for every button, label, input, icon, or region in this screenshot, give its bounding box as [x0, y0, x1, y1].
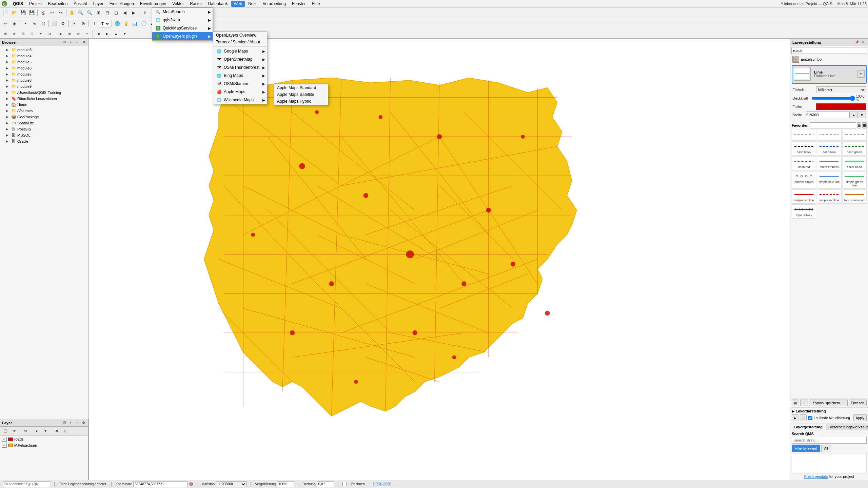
snap-btn2[interactable]: ⊗	[10, 30, 18, 38]
browser-add-icon[interactable]: +	[68, 40, 74, 45]
new-project-btn[interactable]: 📄	[1, 9, 9, 17]
snap-btn3[interactable]: ⊞	[19, 30, 27, 38]
tab-layergestaltung[interactable]: Layergestaltung	[790, 424, 826, 430]
node-tool-btn[interactable]: ◈	[10, 20, 18, 28]
save-symbol-btn[interactable]: Symbol speichern…	[809, 400, 848, 406]
zoom-layer-btn[interactable]: ⊟	[103, 9, 111, 17]
color-picker[interactable]	[816, 103, 866, 110]
open-project-btn[interactable]: 📂	[10, 9, 18, 17]
snap-btn10[interactable]: ⌖	[83, 30, 91, 38]
browser-item-home[interactable]: ▶ 🏠 Home	[1, 102, 88, 108]
status-search-input[interactable]	[3, 481, 50, 487]
browser-item-spatialite[interactable]: ▶ 🗃 SpatiaLite	[1, 120, 88, 126]
globe-btn[interactable]: 🌐	[113, 20, 121, 28]
browser-item-module4[interactable]: ▶ 📁 module4	[1, 53, 88, 59]
zoom-out-btn[interactable]: 🔍	[85, 9, 94, 17]
menu-raster[interactable]: Raster	[187, 1, 204, 7]
prev-extent-btn[interactable]: ◀	[121, 9, 129, 17]
browser-item-module5[interactable]: ▶ 📁 module5	[1, 59, 88, 65]
fav-topo-main[interactable]: topo main road	[842, 189, 867, 204]
map-tip-btn[interactable]: 💡	[122, 20, 130, 28]
menu-processing[interactable]: Verarbeitung	[260, 1, 289, 7]
zoom-full-btn[interactable]: ⊞	[94, 9, 102, 17]
fav-topo-railway[interactable]: topo railway	[792, 204, 816, 219]
layer-toggle-btn[interactable]: 👁	[10, 427, 18, 435]
favorites-search-input[interactable]	[810, 122, 856, 128]
browser-item-qgis-training[interactable]: ▶ 📁 /Users/knut/QGIS-Training	[1, 89, 88, 96]
stats-btn[interactable]: 📊	[131, 20, 139, 28]
advanced-edit-btn[interactable]: ⚙	[59, 20, 67, 28]
fav-dash-black[interactable]: dash black	[792, 141, 816, 156]
fav-simple-green[interactable]: simple green line	[842, 171, 867, 189]
apple-standard-item[interactable]: Apple Maps Standard	[274, 84, 328, 91]
web-menu-qgis2web[interactable]: 🌐 qgis2web ▶	[152, 16, 213, 24]
ol-osm-item[interactable]: 🗺 OpenStreetMap ▶	[213, 55, 267, 63]
layer-down-btn[interactable]: ▼	[41, 427, 50, 435]
apple-satellite-item[interactable]: Apple Maps Satellite	[274, 91, 328, 98]
laufende-play-btn[interactable]: ▶	[792, 414, 798, 421]
add-point-btn[interactable]: •	[21, 20, 29, 28]
width-input[interactable]	[806, 111, 850, 118]
layer-search-input[interactable]	[791, 47, 867, 54]
browser-item-oracle[interactable]: ▶ 🗄 Oracle	[1, 138, 88, 144]
label-btn[interactable]: T	[90, 20, 98, 28]
web-menu-quickmapservices[interactable]: Q QuickMapServices ▶	[152, 24, 213, 32]
layerdarstellung-header[interactable]: ▶ Layerdarstellung	[792, 409, 867, 413]
layer-filter-btn[interactable]: ⚙	[21, 427, 29, 435]
layer-add-icon[interactable]: +	[68, 420, 73, 426]
menu-edit[interactable]: Bearbeiten	[45, 1, 70, 7]
ol-overview-item[interactable]: OpenLayers Overview	[213, 32, 267, 39]
web-menu-openlayers[interactable]: O OpenLayers plugin ▶	[152, 32, 213, 40]
right-panel-pin-icon[interactable]: 📌	[854, 40, 860, 45]
menu-settings[interactable]: Einstellungen	[107, 1, 137, 7]
advanced-btn[interactable]: Erweitert	[849, 400, 867, 406]
layer-settings-icon[interactable]: ⚙	[81, 420, 86, 426]
undo-btn[interactable]: ↩	[48, 9, 56, 17]
snap-btn8[interactable]: ⊕	[65, 30, 74, 38]
temporal-btn[interactable]: 🕐	[140, 20, 148, 28]
all-btn[interactable]: All	[821, 445, 831, 452]
width-up-btn[interactable]: ▲	[850, 111, 858, 118]
opacity-slider[interactable]	[811, 96, 855, 101]
coordinate-input[interactable]	[133, 481, 188, 487]
layer-remove-icon[interactable]: −	[74, 420, 80, 426]
next-extent-btn[interactable]: ▶	[130, 9, 138, 17]
laufende-stop-btn[interactable]: ⬜	[800, 414, 807, 421]
fav-dotted2[interactable]	[817, 130, 841, 141]
snap-btn9[interactable]: ⊙	[74, 30, 82, 38]
ol-thunderforest-item[interactable]: 🗺 OSM/Thunderforest ▶	[213, 63, 267, 72]
filter-by-extent-btn[interactable]: Filter by extent	[792, 445, 820, 452]
laufende-checkbox[interactable]	[808, 416, 812, 420]
fav-simple-red-dash[interactable]: simple red line	[817, 189, 841, 204]
digitize-btn[interactable]: ⬜	[50, 20, 58, 28]
scale-select[interactable]: 1:208000	[216, 481, 246, 487]
fav-dotted1[interactable]	[792, 130, 816, 141]
ol-bing-item[interactable]: 🌐 Bing Maps ▶	[213, 72, 267, 80]
snap-btn13[interactable]: ▲	[112, 30, 120, 38]
layer-remove-layer-btn[interactable]: ✖	[53, 427, 61, 435]
snap-btn4[interactable]: ⊡	[28, 30, 36, 38]
fav-dot-red[interactable]: dash red	[792, 156, 816, 170]
zoom-select-btn[interactable]: ◻	[112, 9, 120, 17]
split-btn[interactable]: ✂	[70, 20, 78, 28]
menu-plugins[interactable]: Erweiterungen	[137, 1, 169, 7]
apple-hybrid-item[interactable]: Apple Maps Hybrid	[274, 98, 328, 105]
browser-refresh-icon[interactable]: ↻	[62, 40, 67, 45]
add-polygon-btn[interactable]: ⬡	[39, 20, 47, 28]
favorites-view-btn1[interactable]: ⊞	[857, 122, 862, 128]
menu-vector[interactable]: Vektor	[170, 1, 186, 7]
rotation-input[interactable]	[317, 481, 334, 487]
layer-open-attr-btn[interactable]: 📋	[1, 427, 9, 435]
browser-item-postgis[interactable]: ▶ 🐘 PostGIS	[1, 126, 88, 132]
browser-item-geopackage[interactable]: ▶ 📦 GeoPackage	[1, 114, 88, 120]
snap-btn14[interactable]: ▼	[121, 30, 129, 38]
fav-pattern-circles[interactable]: pattern circles	[792, 171, 816, 189]
list-view-btn[interactable]: ☰	[800, 400, 808, 406]
ol-google-item[interactable]: 🌐 Google Maps ▶	[213, 47, 267, 55]
snap-btn6[interactable]: ⊿	[45, 30, 54, 38]
menu-help[interactable]: Hilfe	[309, 1, 323, 7]
browser-item-module7[interactable]: ▶ 📁 module7	[1, 71, 88, 77]
browser-item-module9[interactable]: ▶ 📁 module9	[1, 83, 88, 89]
menu-web[interactable]: Web	[231, 1, 245, 7]
zoom-in-btn[interactable]: 🔍	[77, 9, 85, 17]
